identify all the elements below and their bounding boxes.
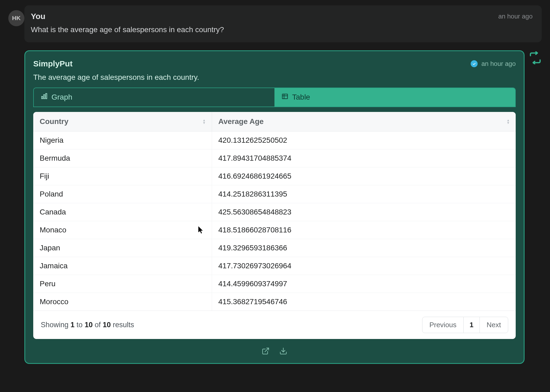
table-row: Bermuda417.89431704885374	[33, 149, 516, 167]
results-table: Country ▲▼ Average Age ▲▼ Nigeria420.131…	[33, 112, 516, 311]
cell-country: Monaco	[33, 221, 212, 239]
table-row: Jamaica417.73026973026964	[33, 257, 516, 275]
user-name: You	[31, 12, 45, 21]
cell-country: Japan	[33, 239, 212, 257]
cell-average-age: 416.69246861924665	[212, 167, 516, 185]
column-header-country[interactable]: Country ▲▼	[33, 112, 212, 131]
sort-icon: ▲▼	[507, 119, 510, 124]
pagination-controls: Previous 1 Next	[422, 317, 508, 333]
user-avatar: HK	[8, 10, 24, 26]
svg-rect-3	[282, 94, 288, 99]
cell-average-age: 419.3296593186366	[212, 239, 516, 257]
user-message: HK You an hour ago What is the average a…	[24, 5, 542, 42]
cell-country: Poland	[33, 185, 212, 203]
table-row: Fiji416.69246861924665	[33, 167, 516, 185]
cell-country: Bermuda	[33, 149, 212, 167]
user-message-text: What is the average age of salespersons …	[31, 25, 533, 35]
table-row: Japan419.3296593186366	[33, 239, 516, 257]
bar-chart-icon	[41, 93, 48, 102]
open-external-icon[interactable]	[262, 347, 270, 356]
table-row: Morocco415.3682719546746	[33, 293, 516, 311]
table-row: Canada425.56308654848823	[33, 203, 516, 221]
cell-country: Morocco	[33, 293, 212, 311]
previous-button[interactable]: Previous	[422, 317, 464, 333]
cell-average-age: 418.51866028708116	[212, 221, 516, 239]
svg-line-6	[265, 348, 269, 352]
bot-timestamp: an hour ago	[481, 60, 516, 67]
svg-rect-2	[46, 93, 47, 99]
user-timestamp: an hour ago	[498, 13, 533, 20]
bot-response-card: SimplyPut an hour ago The average age of…	[24, 50, 525, 364]
cell-country: Jamaica	[33, 257, 212, 275]
pagination-status: Showing 1 to 10 of 10 results	[41, 321, 134, 329]
column-header-average-age[interactable]: Average Age ▲▼	[212, 112, 516, 131]
avatar-wrap: HK	[8, 10, 24, 26]
cell-country: Nigeria	[33, 131, 212, 149]
column-header-average-age-label: Average Age	[218, 117, 264, 126]
cell-average-age: 414.4599609374997	[212, 275, 516, 293]
results-table-container: Country ▲▼ Average Age ▲▼ Nigeria420.131…	[33, 112, 516, 339]
verified-badge-icon	[471, 60, 478, 67]
svg-rect-1	[44, 95, 45, 99]
cell-country: Peru	[33, 275, 212, 293]
table-row: Peru414.4599609374997	[33, 275, 516, 293]
sort-icon: ▲▼	[203, 119, 206, 124]
cell-average-age: 417.89431704885374	[212, 149, 516, 167]
view-tabs: Graph Table	[33, 88, 516, 107]
bot-description: The average age of salespersons in each …	[33, 73, 516, 82]
page-1-button[interactable]: 1	[464, 317, 479, 333]
table-row: Poland414.2518286311395	[33, 185, 516, 203]
svg-rect-0	[42, 96, 43, 99]
table-icon	[281, 93, 288, 102]
download-icon[interactable]	[279, 347, 287, 356]
table-row: Monaco418.51866028708116	[33, 221, 516, 239]
cell-country: Canada	[33, 203, 212, 221]
pagination-bar: Showing 1 to 10 of 10 results Previous 1…	[33, 311, 516, 339]
table-row: Nigeria420.1312625250502	[33, 131, 516, 149]
cell-average-age: 420.1312625250502	[212, 131, 516, 149]
cell-average-age: 417.73026973026964	[212, 257, 516, 275]
regenerate-button[interactable]	[529, 50, 542, 65]
tab-table[interactable]: Table	[274, 88, 515, 107]
tab-graph[interactable]: Graph	[34, 88, 274, 107]
tab-table-label: Table	[292, 93, 310, 101]
cell-average-age: 415.3682719546746	[212, 293, 516, 311]
card-action-bar	[33, 347, 516, 356]
cell-average-age: 414.2518286311395	[212, 185, 516, 203]
tab-graph-label: Graph	[51, 93, 72, 101]
cell-country: Fiji	[33, 167, 212, 185]
cell-average-age: 425.56308654848823	[212, 203, 516, 221]
column-header-country-label: Country	[40, 117, 68, 126]
bot-name: SimplyPut	[33, 59, 73, 68]
next-button[interactable]: Next	[480, 317, 508, 333]
